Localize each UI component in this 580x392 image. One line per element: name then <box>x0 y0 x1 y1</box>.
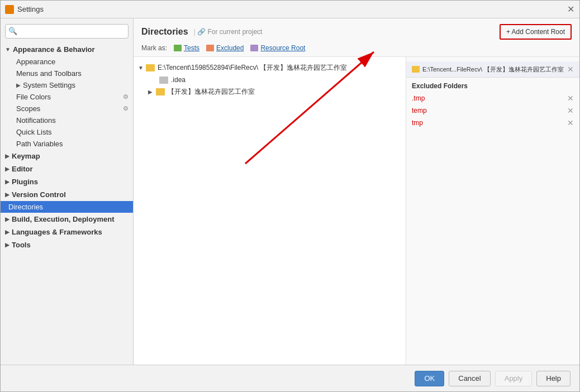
build-arrow: ▶ <box>5 216 9 222</box>
sidebar-item-appearance-behavior[interactable]: ▼ Appearance & Behavior <box>1 43 133 56</box>
sidebar-item-quick-lists[interactable]: Quick Lists <box>1 126 133 138</box>
dialog-body: 🔍 ▼ Appearance & Behavior Appearance Men… <box>1 18 579 365</box>
editor-arrow: ▶ <box>5 166 9 172</box>
content-header: Directories | 🔗 For current project + Ad… <box>134 18 579 57</box>
sidebar-item-languages-frameworks[interactable]: ▶ Languages & Frameworks <box>1 226 133 238</box>
mark-as-bar: Mark as: Tests Excluded Resource Root <box>141 44 572 52</box>
sidebar-item-editor[interactable]: ▶ Editor <box>1 162 133 175</box>
idea-folder-icon <box>159 77 168 84</box>
tools-arrow: ▶ <box>5 242 9 248</box>
header-top: Directories | 🔗 For current project + Ad… <box>141 24 572 40</box>
search-box: 🔍 <box>5 24 129 39</box>
right-folder-icon <box>412 66 420 73</box>
sidebar-item-keymap[interactable]: ▶ Keymap <box>1 150 133 162</box>
lf-arrow: ▶ <box>5 229 9 235</box>
group-label: Appearance & Behavior <box>13 45 95 54</box>
excluded-item-tmp2: tmp ✕ <box>406 117 579 129</box>
sidebar-item-plugins[interactable]: ▶ Plugins <box>1 175 133 188</box>
keymap-arrow: ▶ <box>5 153 9 159</box>
develop-expand-arrow: ▶ <box>148 89 156 95</box>
tree-item-idea[interactable]: .idea <box>134 74 406 85</box>
app-icon <box>5 5 14 14</box>
excluded-item-temp: temp ✕ <box>406 104 579 117</box>
sidebar-item-notifications[interactable]: Notifications <box>1 114 133 126</box>
title-bar: Settings ✕ <box>1 1 579 18</box>
expand-arrow-system: ▶ <box>16 82 21 88</box>
add-content-root-button[interactable]: + Add Content Root <box>500 24 572 40</box>
search-icon: 🔍 <box>8 27 17 35</box>
main-content: Directories | 🔗 For current project + Ad… <box>134 18 579 365</box>
search-input[interactable] <box>5 24 129 39</box>
bottom-bar: OK Cancel Apply Help <box>1 365 579 391</box>
develop-folder-icon <box>156 88 165 95</box>
cancel-button[interactable]: Cancel <box>449 371 490 386</box>
sidebar: 🔍 ▼ Appearance & Behavior Appearance Men… <box>1 18 134 365</box>
mark-excluded-button[interactable]: Excluded <box>206 44 244 52</box>
excluded-folders-title: Excluded Folders <box>406 78 579 92</box>
content-split: ▼ E:\Tencent\1598552894\FileRecv\ 【开发】逸林… <box>134 57 579 365</box>
sidebar-item-file-colors[interactable]: File Colors ⚙ <box>1 91 133 103</box>
right-panel: E:\Tencent...FileRecv\ 【开发】逸林花卉园艺工作室 ✕ E… <box>406 57 579 365</box>
sidebar-item-path-variables[interactable]: Path Variables <box>1 138 133 150</box>
sidebar-item-scopes[interactable]: Scopes ⚙ <box>1 103 133 114</box>
excluded-folder-icon <box>206 45 214 51</box>
excluded-item-tmp: .tmp ✕ <box>406 92 579 104</box>
tree-root-item[interactable]: ▼ E:\Tencent\1598552894\FileRecv\ 【开发】逸林… <box>134 61 406 74</box>
apply-button[interactable]: Apply <box>495 371 533 386</box>
content-title: Directories | 🔗 For current project <box>141 27 262 37</box>
mark-resource-root-button[interactable]: Resource Root <box>250 44 305 52</box>
tree-panel: ▼ E:\Tencent\1598552894\FileRecv\ 【开发】逸林… <box>134 57 406 365</box>
root-folder-icon <box>146 64 155 71</box>
right-panel-path: E:\Tencent...FileRecv\ 【开发】逸林花卉园艺工作室 ✕ <box>406 61 579 78</box>
mark-tests-button[interactable]: Tests <box>174 44 199 52</box>
ok-button[interactable]: OK <box>415 371 444 386</box>
tree-item-develop[interactable]: ▶ 【开发】逸林花卉园艺工作室 <box>134 85 406 98</box>
vc-arrow: ▶ <box>5 192 9 198</box>
plugins-arrow: ▶ <box>5 179 9 185</box>
remove-tmp-button[interactable]: ✕ <box>567 94 574 103</box>
sidebar-item-build-execution[interactable]: ▶ Build, Execution, Deployment <box>1 213 133 226</box>
sidebar-item-tools[interactable]: ▶ Tools <box>1 238 133 251</box>
remove-temp-button[interactable]: ✕ <box>567 106 574 115</box>
expand-arrow: ▼ <box>5 46 11 52</box>
dialog-title: Settings <box>17 5 566 13</box>
help-button[interactable]: Help <box>536 371 571 386</box>
remove-tmp2-button[interactable]: ✕ <box>567 118 574 127</box>
sidebar-item-appearance[interactable]: Appearance <box>1 56 133 68</box>
sidebar-item-version-control[interactable]: ▶ Version Control <box>1 188 133 201</box>
close-button[interactable]: ✕ <box>566 5 575 14</box>
tests-folder-icon <box>174 45 182 51</box>
tree-expand-arrow: ▼ <box>138 65 146 71</box>
scopes-icon: ⚙ <box>123 105 129 112</box>
resource-root-folder-icon <box>250 45 258 51</box>
sidebar-item-menus-toolbars[interactable]: Menus and Toolbars <box>1 68 133 79</box>
remove-root-button[interactable]: ✕ <box>567 65 574 74</box>
subtitle: | 🔗 For current project <box>194 28 263 36</box>
sidebar-item-directories[interactable]: Directories <box>1 201 133 213</box>
file-colors-icon: ⚙ <box>123 93 129 101</box>
sidebar-item-system-settings[interactable]: ▶ System Settings <box>1 79 133 91</box>
settings-dialog: Settings ✕ 🔍 ▼ Appearance & Behavior App… <box>0 0 580 392</box>
